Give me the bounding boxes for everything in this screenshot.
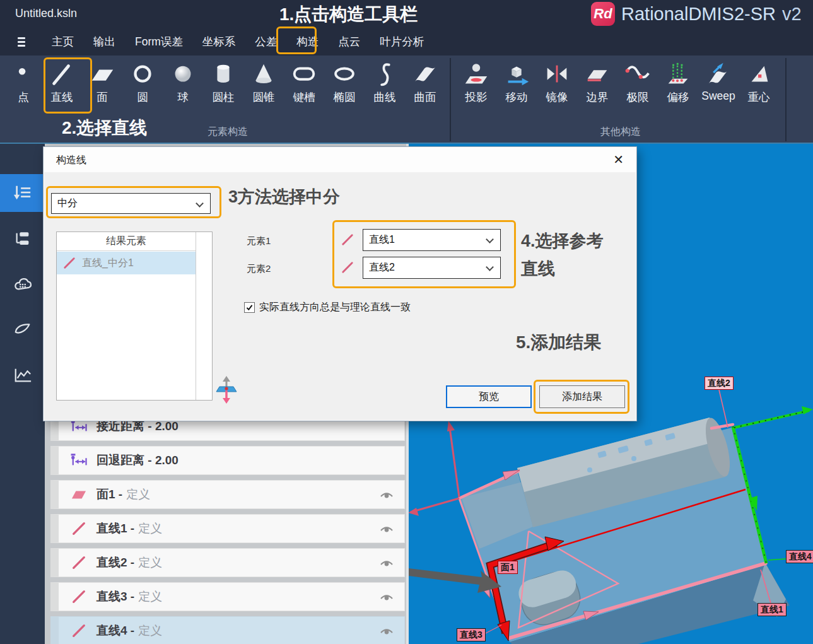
plane-pink-icon — [70, 487, 88, 502]
sweep-icon — [704, 61, 733, 89]
sphere-icon — [168, 61, 197, 89]
menu-item-坐标系[interactable]: 坐标系 — [202, 34, 236, 49]
eye-icon[interactable] — [379, 524, 394, 534]
sidebar-item-report-chart[interactable] — [0, 356, 45, 394]
ribbon-button-label: Sweep — [701, 90, 735, 103]
point-icon — [9, 61, 38, 89]
ribbon-button-偏移[interactable]: 偏移 — [658, 56, 698, 105]
ribbon-button-椭圆[interactable]: 椭圆 — [324, 56, 365, 105]
ribbon-button-曲面[interactable]: 曲面 — [405, 56, 445, 105]
ribbon-button-label: 曲面 — [414, 90, 436, 105]
ribbon-button-投影[interactable]: 投影 — [456, 56, 496, 105]
sidebar-item-blade[interactable] — [0, 309, 45, 347]
feature-tree-icon — [12, 230, 33, 249]
ribbon-button-镜像[interactable]: 镜像 — [537, 56, 577, 105]
ribbon-button-点[interactable]: 点 — [5, 56, 42, 105]
menu-item-输出[interactable]: 输出 — [93, 34, 115, 49]
checkbox-label: 实际直线方向总是与理论直线一致 — [259, 301, 411, 314]
boundary-icon — [583, 61, 612, 89]
ribbon-button-圆柱[interactable]: 圆柱 — [203, 56, 243, 105]
line-pink-icon — [70, 555, 88, 570]
element2-label: 元素2 — [247, 263, 271, 275]
viewport-label-直线2: 直线2 — [705, 377, 734, 390]
menu-item-叶片分析[interactable]: 叶片分析 — [380, 34, 424, 49]
menu-item-构造[interactable]: 构造 — [296, 34, 319, 49]
app-logo-icon: Rd — [591, 2, 615, 26]
list-item-label: 直线4 - — [97, 623, 134, 639]
ribbon-button-圆[interactable]: 圆 — [122, 56, 163, 105]
list-item-status: 定义 — [138, 588, 162, 605]
list-item-面1[interactable]: 面1 -定义 — [50, 480, 405, 509]
ribbon-button-直线[interactable]: 直线 — [42, 56, 82, 105]
list-item-status: 定义 — [138, 520, 162, 537]
ribbon-group-label: 其他构造 — [456, 126, 785, 139]
ribbon-button-球[interactable]: 球 — [163, 56, 203, 105]
eye-icon[interactable] — [379, 558, 394, 568]
menu-item-主页[interactable]: 主页 — [52, 34, 74, 49]
ribbon-button-label: 球 — [177, 90, 189, 105]
sidebar-item-measure-sequence[interactable] — [0, 174, 45, 212]
element1-label: 元素1 — [247, 235, 271, 247]
retract-icon — [70, 453, 88, 468]
eye-icon[interactable] — [379, 490, 394, 500]
cone-icon — [249, 61, 278, 89]
list-item-直线3[interactable]: 直线3 -定义 — [50, 582, 405, 611]
list-item-直线1[interactable]: 直线1 -定义 — [50, 514, 405, 543]
menu-dots-icon[interactable] — [18, 37, 28, 47]
ribbon-button-极限[interactable]: 极限 — [617, 56, 658, 105]
add-result-button[interactable]: 添加结果 — [539, 385, 625, 408]
preview-button[interactable]: 预览 — [446, 385, 532, 408]
menu-item-公差[interactable]: 公差 — [255, 34, 277, 49]
result-table-header: 结果元素 — [57, 232, 196, 251]
list-item-回退距离2.00[interactable]: 回退距离 - 2.00 — [50, 446, 405, 475]
ribbon-button-曲线[interactable]: 曲线 — [365, 56, 405, 105]
cylinder-icon — [209, 61, 238, 89]
method-select[interactable]: 中分 — [51, 193, 211, 214]
menu-item-Form误差[interactable]: Form误差 — [135, 34, 183, 49]
viewport-label-直线3: 直线3 — [457, 628, 486, 641]
element2-select[interactable]: 直线2 — [363, 257, 501, 279]
ribbon-button-label: 移动 — [506, 90, 528, 105]
eye-icon[interactable] — [379, 626, 394, 636]
sidebar-item-feature-tree[interactable] — [0, 221, 45, 259]
ribbon-button-重心[interactable]: 重心 — [739, 56, 779, 105]
flip-direction-icon[interactable] — [215, 375, 238, 404]
report-chart-icon — [12, 365, 33, 384]
plane-icon — [88, 61, 117, 89]
centroid-icon — [744, 61, 773, 89]
list-item-直线2[interactable]: 直线2 -定义 — [50, 548, 405, 577]
line-pink-icon — [70, 521, 88, 536]
ribbon-button-label: 边界 — [587, 90, 609, 105]
ribbon-button-label: 曲线 — [374, 90, 396, 105]
ribbon-button-键槽[interactable]: 键槽 — [284, 56, 324, 105]
eye-icon[interactable] — [379, 592, 394, 602]
close-icon[interactable]: ✕ — [613, 153, 624, 167]
surface-icon — [411, 61, 440, 89]
ribbon-button-边界[interactable]: 边界 — [577, 56, 617, 105]
ribbon-button-label: 椭圆 — [334, 90, 356, 105]
app-name: RationalDMIS2-SRv2 — [621, 4, 802, 25]
sidebar-item-point-cloud[interactable] — [0, 265, 45, 303]
ribbon-button-Sweep[interactable]: Sweep — [698, 56, 739, 105]
dialog-title: 构造线 — [56, 154, 86, 167]
ribbon-button-圆锥[interactable]: 圆锥 — [243, 56, 284, 105]
list-item-status: 定义 — [138, 554, 162, 571]
result-table: 结果元素 直线_中分1 — [56, 231, 213, 401]
menu-bar: 主页输出Form误差坐标系公差构造点云叶片分析 — [0, 28, 813, 56]
checkbox-checked-icon[interactable] — [244, 302, 255, 313]
measure-sequence-icon — [12, 184, 33, 202]
line-icon — [340, 261, 355, 274]
list-item-label: 回退距离 - 2.00 — [97, 452, 178, 469]
ribbon-button-label: 点 — [18, 90, 29, 105]
result-row[interactable]: 直线_中分1 — [57, 252, 196, 274]
line-pink-icon — [70, 623, 88, 638]
ribbon-button-label: 投影 — [465, 90, 488, 105]
ribbon-button-面[interactable]: 面 — [82, 56, 122, 105]
chevron-down-icon — [486, 263, 494, 271]
menu-item-点云[interactable]: 点云 — [338, 34, 360, 49]
list-item-直线4[interactable]: 直线4 -定义 — [50, 616, 405, 644]
direction-checkbox[interactable]: 实际直线方向总是与理论直线一致 — [244, 301, 411, 314]
line-icon — [62, 256, 77, 270]
ribbon-button-移动[interactable]: 移动 — [496, 56, 537, 105]
element1-select[interactable]: 直线1 — [363, 229, 501, 251]
